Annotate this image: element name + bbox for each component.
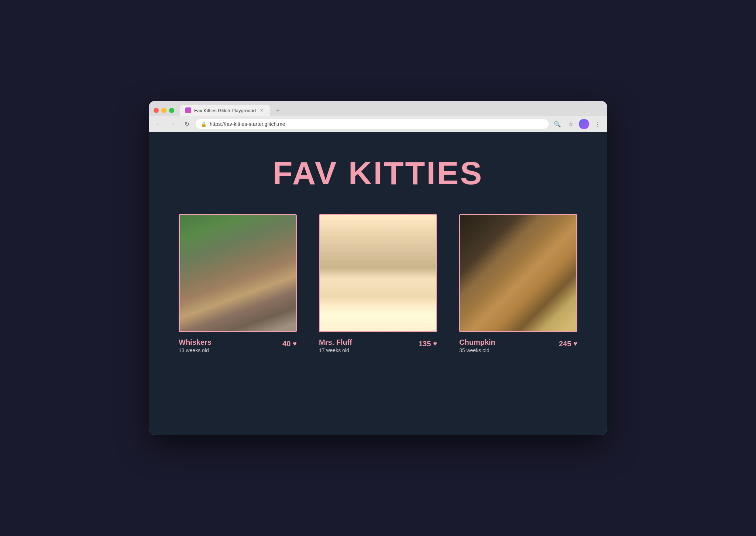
browser-actions: 🔍 ☆ ⋮ — [552, 119, 602, 129]
kitty-name-age-whiskers: Whiskers 13 weeks old — [179, 338, 212, 353]
menu-button[interactable]: ⋮ — [592, 119, 602, 129]
kitty-name-age-mrs-fluff: Mrs. Fluff 17 weeks old — [319, 338, 352, 353]
kitty-likes-count-mrs-fluff: 135 — [419, 340, 431, 348]
kitty-name-mrs-fluff: Mrs. Fluff — [319, 338, 352, 347]
address-text: https://fav-kitties-starter.glitch.me — [210, 121, 285, 127]
kitty-info-mrs-fluff: Mrs. Fluff 17 weeks old 135 ♥ — [319, 338, 437, 353]
kitty-likes-mrs-fluff[interactable]: 135 ♥ — [419, 340, 437, 348]
kitty-image-mrs-fluff — [319, 214, 437, 332]
heart-icon-chumpkin: ♥ — [573, 340, 577, 348]
tab-row: Fav Kitties Glitch Playground × + — [149, 101, 607, 116]
lock-icon: 🔒 — [201, 121, 207, 127]
kitty-age-mrs-fluff: 17 weeks old — [319, 347, 352, 353]
kitty-info-chumpkin: Chumpkin 35 weeks old 245 ♥ — [459, 338, 577, 353]
heart-icon-whiskers: ♥ — [293, 340, 297, 348]
kitty-info-whiskers: Whiskers 13 weeks old 40 ♥ — [179, 338, 297, 353]
tab-close-button[interactable]: × — [259, 107, 265, 113]
new-tab-button[interactable]: + — [273, 105, 283, 116]
page-title: FAV KITTIES — [273, 154, 483, 192]
traffic-lights — [154, 108, 174, 113]
kitty-likes-chumpkin[interactable]: 245 ♥ — [559, 340, 577, 348]
kitty-age-chumpkin: 35 weeks old — [459, 347, 495, 353]
kitty-likes-whiskers[interactable]: 40 ♥ — [282, 340, 297, 348]
title-bar: Fav Kitties Glitch Playground × + ← → ↻ … — [149, 101, 607, 132]
kitty-age-whiskers: 13 weeks old — [179, 347, 212, 353]
tab-title-text: Fav Kitties Glitch Playground — [194, 108, 256, 113]
kitty-image-chumpkin — [459, 214, 577, 332]
address-bar[interactable]: 🔒 https://fav-kitties-starter.glitch.me — [196, 119, 549, 129]
bookmark-button[interactable]: ☆ — [566, 119, 576, 129]
heart-icon-mrs-fluff: ♥ — [433, 340, 437, 348]
forward-button[interactable]: → — [168, 119, 178, 129]
kitty-card-chumpkin: Chumpkin 35 weeks old 245 ♥ — [459, 214, 577, 353]
kitty-likes-count-whiskers: 40 — [282, 340, 291, 348]
active-tab[interactable]: Fav Kitties Glitch Playground × — [180, 105, 270, 116]
kitty-card-mrs-fluff: Mrs. Fluff 17 weeks old 135 ♥ — [319, 214, 437, 353]
kitty-card-whiskers: Whiskers 13 weeks old 40 ♥ — [179, 214, 297, 353]
user-avatar[interactable] — [579, 119, 589, 129]
kitty-name-chumpkin: Chumpkin — [459, 338, 495, 347]
kitties-grid: Whiskers 13 weeks old 40 ♥ Mrs. Fluff 17… — [175, 214, 581, 353]
maximize-button[interactable] — [169, 108, 174, 113]
search-button[interactable]: 🔍 — [552, 119, 563, 129]
kitty-image-whiskers — [179, 214, 297, 332]
reload-button[interactable]: ↻ — [182, 119, 192, 129]
minimize-button[interactable] — [161, 108, 166, 113]
back-button[interactable]: ← — [154, 119, 164, 129]
kitty-photo-whiskers — [180, 215, 296, 331]
kitty-name-age-chumpkin: Chumpkin 35 weeks old — [459, 338, 495, 353]
kitty-photo-chumpkin — [460, 215, 576, 331]
kitty-name-whiskers: Whiskers — [179, 338, 212, 347]
page-content: FAV KITTIES Whiskers 13 weeks old 40 ♥ — [149, 132, 607, 435]
browser-window: Fav Kitties Glitch Playground × + ← → ↻ … — [149, 101, 607, 435]
tab-favicon — [185, 107, 191, 113]
close-button[interactable] — [154, 108, 159, 113]
kitty-photo-mrs-fluff — [320, 215, 436, 331]
address-row: ← → ↻ 🔒 https://fav-kitties-starter.glit… — [149, 116, 607, 132]
kitty-likes-count-chumpkin: 245 — [559, 340, 571, 348]
